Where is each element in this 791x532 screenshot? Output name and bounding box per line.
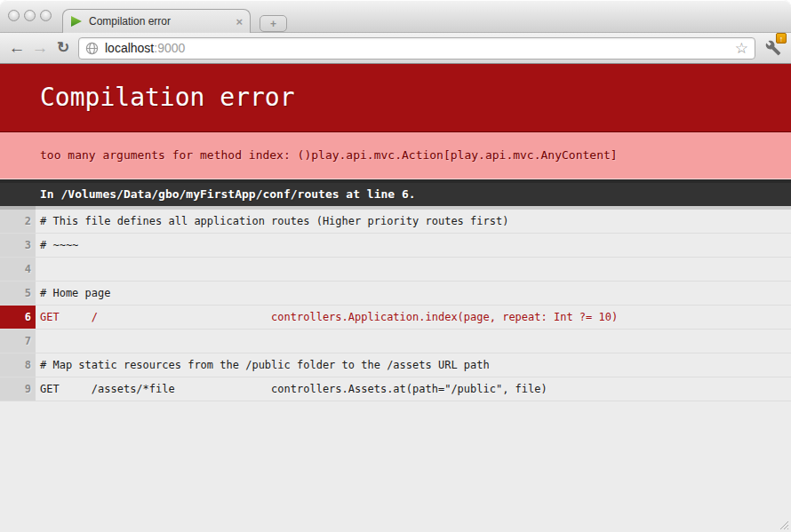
line-code: # Map static resources from the /public … <box>36 353 494 377</box>
page-title: Compilation error <box>0 64 791 132</box>
update-badge: ↑ <box>776 33 787 44</box>
globe-icon[interactable] <box>85 42 99 55</box>
address-bar[interactable]: localhost:9000 ☆ <box>78 37 755 60</box>
line-code: # Home page <box>36 282 115 305</box>
source-line: 7 <box>0 330 791 353</box>
close-button[interactable] <box>8 10 20 21</box>
source-line: 5 # Home page <box>0 282 791 306</box>
play-favicon-icon <box>70 15 83 28</box>
line-number: 5 <box>0 282 36 305</box>
source-line: 8 # Map static resources from the /publi… <box>0 353 791 377</box>
line-number: 4 <box>0 258 36 281</box>
source-line-error: 6 GET / controllers.Application.index(pa… <box>0 306 791 330</box>
plus-icon: + <box>270 18 276 30</box>
source-line: 2 # This file defines all application ro… <box>0 210 791 234</box>
url-host: localhost <box>105 41 154 55</box>
navigation-toolbar: ← → ↻ localhost:9000 ☆ ↑ <box>0 33 791 64</box>
new-tab-button[interactable]: + <box>260 15 287 32</box>
error-detail: too many arguments for method index: ()p… <box>0 132 791 179</box>
line-code: # This file defines all application rout… <box>36 210 513 233</box>
line-code: GET /assets/*file controllers.Assets.at(… <box>36 377 552 401</box>
line-code: GET / controllers.Application.index(page… <box>36 306 622 329</box>
source-line: 9 GET /assets/*file controllers.Assets.a… <box>0 377 791 401</box>
error-location: In /Volumes/Data/gbo/myFirstApp/conf/rou… <box>0 179 791 206</box>
forward-button[interactable]: → <box>28 36 52 60</box>
reload-button[interactable]: ↻ <box>52 36 75 60</box>
bookmark-star-icon[interactable]: ☆ <box>735 41 748 56</box>
resize-grip[interactable] <box>777 518 789 530</box>
line-code: # ~~~~ <box>36 234 83 257</box>
source-line: 4 <box>0 258 791 282</box>
tab-close-icon[interactable]: × <box>236 16 243 28</box>
tab-compilation-error[interactable]: Compilation error × <box>62 9 251 33</box>
line-number: 7 <box>0 330 36 353</box>
browser-window: Compilation error × + ← → ↻ localhost:90… <box>0 0 791 532</box>
line-number: 9 <box>0 377 36 401</box>
titlebar: Compilation error × + <box>0 0 791 33</box>
back-button[interactable]: ← <box>5 36 28 60</box>
minimize-button[interactable] <box>24 10 36 21</box>
line-code <box>36 258 44 281</box>
line-number: 3 <box>0 234 36 257</box>
window-controls <box>8 10 52 21</box>
line-number: 6 <box>0 306 36 329</box>
menu-wrench-button[interactable]: ↑ <box>761 36 786 60</box>
error-page: Compilation error too many arguments for… <box>0 64 791 532</box>
line-number: 2 <box>0 210 36 233</box>
maximize-button[interactable] <box>40 10 52 21</box>
source-line: 3 # ~~~~ <box>0 234 791 258</box>
tab-title: Compilation error <box>89 15 236 28</box>
url-port: :9000 <box>154 41 185 55</box>
line-code <box>36 330 44 353</box>
line-number: 8 <box>0 353 36 377</box>
